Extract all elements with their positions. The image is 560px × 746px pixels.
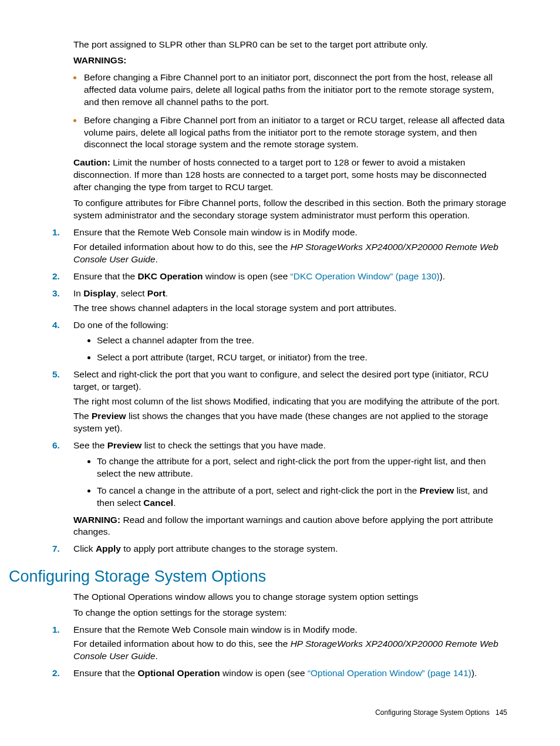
step-7: 7. Click Apply to apply port attribute c… (50, 543, 507, 555)
optional-operation-link[interactable]: “Optional Operation Window” (page 141) (308, 668, 471, 678)
step-4-sub-2: Select a port attribute (target, RCU tar… (97, 352, 507, 364)
step-5: 5. Select and right-click the port that … (50, 369, 507, 435)
dkc-operation-link[interactable]: “DKC Operation Window” (page 130) (291, 271, 440, 281)
warning-item-1: Before changing a Fibre Channel port to … (83, 72, 507, 109)
step-6: 6. See the Preview list to check the set… (50, 440, 507, 538)
step-3: 3. In Display, select Port. The tree sho… (50, 288, 507, 315)
step-1: 1. Ensure that the Remote Web Console ma… (50, 227, 507, 266)
page-footer: Configuring Storage System Options 145 (50, 708, 507, 717)
warning-item-2: Before changing a Fibre Channel port fro… (83, 114, 507, 151)
step-6-sub-2: To cancel a change in the attribute of a… (97, 485, 507, 509)
step-6-sub-1: To change the attribute for a port, sele… (97, 455, 507, 480)
section2-step-2: 2. Ensure that the Optional Operation wi… (50, 667, 507, 680)
section-heading-configuring-storage: Configuring Storage System Options (9, 566, 507, 587)
intro-paragraph: The port assigned to SLPR other than SLP… (73, 39, 507, 51)
caution-paragraph: Caution: Limit the number of hosts conne… (73, 157, 507, 194)
warnings-heading: WARNINGS: (73, 55, 126, 65)
section2-step-1: 1. Ensure that the Remote Web Console ma… (50, 624, 507, 663)
step-4-sub-1: Select a channel adapter from the tree. (97, 335, 507, 347)
step-4: 4. Do one of the following: Select a cha… (50, 319, 507, 364)
section2-p2: To change the option settings for the st… (73, 607, 507, 619)
step-2: 2. Ensure that the DKC Operation window … (50, 271, 507, 283)
section2-p1: The Optional Operations window allows yo… (73, 591, 507, 603)
config-intro: To configure attributes for Fibre Channe… (73, 197, 507, 222)
